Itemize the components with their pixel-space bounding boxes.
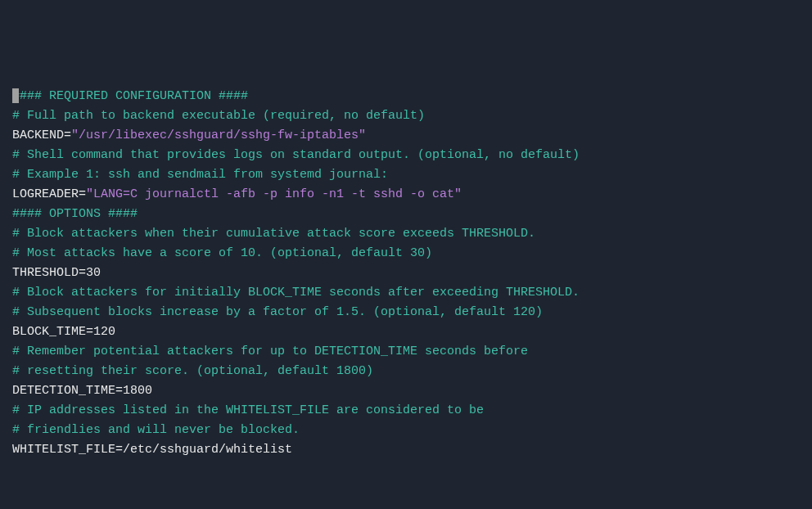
code-token: LOGREADER= [12,187,86,201]
code-token: # friendlies and will never be blocked. [12,423,300,437]
code-line[interactable]: # resetting their score. (optional, defa… [12,362,800,381]
code-token: # resetting their score. (optional, defa… [12,364,373,378]
code-token: # Remember potential attackers for up to… [12,345,528,358]
code-line[interactable]: # Example 1: ssh and sendmail from syste… [12,165,800,185]
code-line[interactable]: # Most attacks have a score of 10. (opti… [12,244,800,264]
code-token: 30 [86,266,101,280]
code-token: BLOCK_TIME= [12,325,93,339]
code-line[interactable]: # Full path to backend executable (requi… [12,106,800,126]
code-token: # Shell command that provides logs on st… [12,148,580,162]
code-token: # Full path to backend executable (requi… [12,109,425,123]
code-token: # IP addresses listed in the WHITELIST_F… [12,403,484,417]
code-line[interactable]: BLOCK_TIME=120 [12,322,800,342]
code-line[interactable]: # Shell command that provides logs on st… [12,146,800,165]
code-line[interactable]: # Block attackers for initially BLOCK_TI… [12,283,800,303]
code-line[interactable]: THRESHOLD=30 [12,264,800,283]
code-token: 120 [93,325,115,339]
text-cursor [12,88,19,103]
code-token: "/usr/libexec/sshguard/sshg-fw-iptables" [71,128,366,142]
code-line[interactable]: # IP addresses listed in the WHITELIST_F… [12,401,800,421]
code-line[interactable]: DETECTION_TIME=1800 [12,381,800,401]
code-token: # Example 1: ssh and sendmail from syste… [12,168,388,182]
code-token: WHITELIST_FILE= [12,443,123,457]
code-token: BACKEND= [12,128,71,142]
code-token: #### OPTIONS #### [12,207,138,221]
code-token: # Subsequent blocks increase by a factor… [12,305,543,319]
code-token: /etc/sshguard/whitelist [123,443,292,457]
code-token: THRESHOLD= [12,266,86,280]
code-line[interactable]: BACKEND="/usr/libexec/sshguard/sshg-fw-i… [12,126,800,146]
code-editor-viewport[interactable]: #### REQUIRED CONFIGURATION ##### Full p… [12,87,800,460]
code-line[interactable]: #### REQUIRED CONFIGURATION #### [12,87,800,106]
code-token: # Block attackers for initially BLOCK_TI… [12,286,580,300]
code-token: # Most attacks have a score of 10. (opti… [12,246,432,260]
code-token: 1800 [123,384,152,398]
code-line[interactable]: # friendlies and will never be blocked. [12,421,800,440]
code-line[interactable]: # Block attackers when their cumulative … [12,224,800,244]
code-token: #### REQUIRED CONFIGURATION #### [12,89,248,103]
code-line[interactable]: LOGREADER="LANG=C journalctl -afb -p inf… [12,185,800,205]
code-token: "LANG=C journalctl -afb -p info -n1 -t s… [86,187,462,201]
code-token: # Block attackers when their cumulative … [12,227,535,241]
code-token: DETECTION_TIME= [12,384,123,398]
code-line[interactable]: #### OPTIONS #### [12,205,800,224]
code-line[interactable]: # Subsequent blocks increase by a factor… [12,303,800,322]
code-line[interactable]: WHITELIST_FILE=/etc/sshguard/whitelist [12,440,800,460]
code-line[interactable]: # Remember potential attackers for up to… [12,342,800,362]
